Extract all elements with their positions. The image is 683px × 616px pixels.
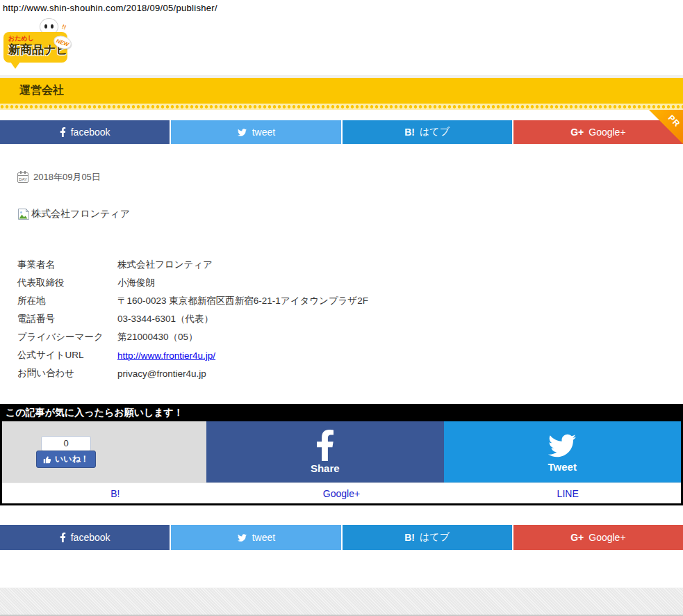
table-row: 電話番号 03-3344-6301（代表） <box>17 310 368 328</box>
like-count: 0 <box>41 436 91 451</box>
table-row: プライバシーマーク 第21000430（05） <box>17 328 368 346</box>
row-label: 事業者名 <box>17 256 117 274</box>
post-date: 2018年09月05日 <box>33 171 101 184</box>
official-site-link[interactable]: http://www.frontier4u.jp/ <box>117 350 215 361</box>
row-label: 公式サイトURL <box>17 346 117 364</box>
hatena-link[interactable]: B! <box>2 483 229 503</box>
row-value: 03-3344-6301（代表） <box>117 310 368 328</box>
calendar-icon-text: DAY <box>18 175 28 181</box>
share-googleplus-button[interactable]: G+ Google+ <box>513 525 683 550</box>
twitter-bird-icon <box>237 533 247 542</box>
twitter-bird-icon <box>237 128 247 137</box>
facebook-share-label: Share <box>311 462 340 474</box>
facebook-like-widget: 0 いいね！ <box>36 436 96 468</box>
logo-new-badge-text: NEW <box>56 38 70 47</box>
site-logo[interactable]: !! おためし 新商品ナビ NEW <box>3 18 87 67</box>
table-row: 所在地 〒160-0023 東京都新宿区西新宿6-21-1アイタウンプラザ2F <box>17 292 368 310</box>
top-share-section: facebook tweet B! はてブ G+ Google+ PR <box>0 110 683 144</box>
facebook-like-panel: 0 いいね！ <box>2 421 206 483</box>
row-value: 〒160-0023 東京都新宿区西新宿6-21-1アイタウンプラザ2F <box>117 292 368 310</box>
row-value: 小海俊朗 <box>117 274 368 292</box>
table-row: 代表取締役 小海俊朗 <box>17 274 368 292</box>
calendar-icon: DAY <box>17 172 28 183</box>
share-tweet-label: tweet <box>252 127 275 138</box>
row-value: 株式会社フロンティア <box>117 256 368 274</box>
share-hatena-label: はてブ <box>420 531 450 544</box>
facebook-f-icon <box>60 533 66 542</box>
share-tweet-button[interactable]: tweet <box>171 525 340 550</box>
share-tweet-label: tweet <box>252 532 275 543</box>
facebook-f-icon <box>315 430 335 461</box>
contact-email: privacy@frontier4u.jp <box>117 364 368 382</box>
page-url: http://www.shin-shouhin.com/2018/09/05/p… <box>0 0 683 15</box>
row-label: 所在地 <box>17 292 117 310</box>
table-row: 事業者名 株式会社フロンティア <box>17 256 368 274</box>
share-links-row: B! Google+ LINE <box>2 483 681 503</box>
share-facebook-label: facebook <box>71 532 110 543</box>
post-date-row: DAY 2018年09月05日 <box>17 171 683 184</box>
page-header-dotted-edge <box>0 104 683 110</box>
table-row: お問い合わせ privacy@frontier4u.jp <box>17 364 368 382</box>
facebook-f-icon <box>60 127 66 137</box>
pr-ribbon-label: PR <box>666 113 682 129</box>
like-button-label: いいね！ <box>55 453 89 465</box>
row-label: 電話番号 <box>17 310 117 328</box>
row-label: 代表取締役 <box>17 274 117 292</box>
share-hatena-button[interactable]: B! はてブ <box>343 120 512 144</box>
like-button[interactable]: いいね！ <box>36 451 96 468</box>
tweet-panel-label: Tweet <box>548 461 577 473</box>
tweet-panel[interactable]: Tweet <box>444 421 682 483</box>
thumbs-up-icon <box>43 455 51 464</box>
cta-bar: この記事が気に入ったらお願いします！ <box>0 404 683 421</box>
broken-image-row: 株式会社フロンティア <box>17 207 683 221</box>
article-body: DAY 2018年09月05日 株式会社フロンティア 事業者名 株式会社フロンテ… <box>0 171 683 382</box>
broken-image-icon <box>17 208 30 220</box>
share-row-top: facebook tweet B! はてブ G+ Google+ <box>0 120 683 144</box>
share-hatena-button[interactable]: B! はてブ <box>343 525 512 550</box>
share-facebook-label: facebook <box>71 127 110 138</box>
page-header: 運営会社 <box>0 75 683 110</box>
row-label: お問い合わせ <box>17 364 117 382</box>
googleplus-icon: G+ <box>570 127 584 138</box>
facebook-share-panel[interactable]: Share <box>206 421 444 483</box>
share-facebook-button[interactable]: facebook <box>0 120 170 144</box>
share-googleplus-button[interactable]: G+ Google+ <box>513 120 683 144</box>
share-googleplus-label: Google+ <box>589 532 625 543</box>
company-info-table: 事業者名 株式会社フロンティア 代表取締役 小海俊朗 所在地 〒160-0023… <box>17 256 368 382</box>
share-facebook-button[interactable]: facebook <box>0 525 170 550</box>
line-link[interactable]: LINE <box>454 483 681 503</box>
cta-message: この記事が気に入ったらお願いします！ <box>6 407 183 419</box>
hatena-b-icon: B! <box>404 532 415 543</box>
twitter-bird-icon <box>545 432 579 460</box>
share-hatena-label: はてブ <box>420 126 450 138</box>
googleplus-icon: G+ <box>570 532 584 543</box>
share-box: 0 いいね！ Share Tweet B! Google+ LINE <box>0 421 683 505</box>
logo-spark-icon: !! <box>60 23 67 31</box>
row-value: 第21000430（05） <box>117 328 368 346</box>
page-title: 運営会社 <box>19 83 64 98</box>
row-label: プライバシーマーク <box>17 328 117 346</box>
share-tweet-button[interactable]: tweet <box>171 120 340 144</box>
table-row: 公式サイトURL http://www.frontier4u.jp/ <box>17 346 368 364</box>
footer-band <box>0 587 683 616</box>
share-googleplus-label: Google+ <box>589 127 625 138</box>
image-alt-text: 株式会社フロンティア <box>31 208 130 220</box>
share-row-bottom: facebook tweet B! はてブ G+ Google+ <box>0 525 683 550</box>
hatena-b-icon: B! <box>404 127 415 138</box>
googleplus-link[interactable]: Google+ <box>229 483 455 503</box>
